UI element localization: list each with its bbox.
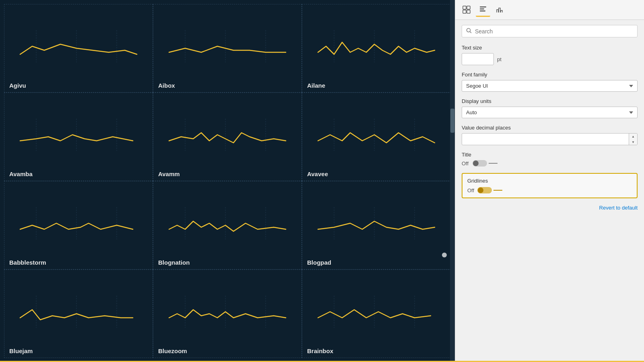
gridlines-toggle-line-svg: [493, 188, 502, 192]
decimal-down[interactable]: ▼: [629, 139, 637, 145]
title-toggle-thumb: [473, 160, 479, 166]
gridlines-label: Gridlines: [467, 178, 632, 184]
chart-line-bluezoom: [157, 296, 297, 328]
svg-rect-37: [467, 6, 470, 9]
chart-cell-ailane[interactable]: Ailane: [302, 4, 451, 93]
chart-label-ailane: Ailane: [307, 82, 325, 89]
title-label: Title: [462, 152, 638, 158]
chart-cell-avamba[interactable]: Avamba: [4, 93, 153, 181]
gridlines-toggle-off-label: Off: [467, 187, 474, 193]
gridlines-toggle-thumb: [478, 187, 483, 193]
format-icon[interactable]: [476, 2, 490, 17]
chart-line-blogpad: [306, 207, 446, 239]
font-family-dropdown[interactable]: Segoe UIArialCalibriTimes New Roman: [462, 80, 638, 92]
search-input[interactable]: [475, 28, 633, 35]
chart-line-aibox: [157, 30, 297, 62]
text-size-label: Text size: [462, 45, 638, 51]
chart-scrollbar[interactable]: [450, 0, 455, 362]
analytics-icon[interactable]: [492, 2, 507, 17]
chart-cell-bluejam[interactable]: Bluejam: [4, 269, 153, 358]
chart-label-bluejam: Bluejam: [9, 348, 33, 354]
chart-line-ailane: [306, 30, 446, 62]
chart-line-avavee: [306, 119, 446, 151]
chart-label-avamba: Avamba: [9, 171, 33, 177]
chart-label-brainbox: Brainbox: [307, 348, 333, 354]
svg-rect-39: [467, 10, 470, 13]
svg-rect-36: [463, 6, 466, 9]
chart-label-blognation: Blognation: [158, 259, 190, 266]
revert-button[interactable]: Revert to default: [462, 205, 638, 211]
chart-label-avavee: Avavee: [307, 171, 328, 177]
search-box[interactable]: [462, 25, 638, 37]
title-toggle-line-svg: [489, 161, 497, 165]
chart-panel: AgivuAiboxAilaneAvambaAvammAvaveeBabbles…: [0, 0, 455, 362]
chart-cell-avavee[interactable]: Avavee: [302, 93, 451, 181]
display-units-group: Display units AutoNoneThousandsMillionsB…: [462, 98, 638, 118]
chart-cell-brainbox[interactable]: Brainbox: [302, 269, 451, 358]
decimal-spinbox[interactable]: Auto ▲ ▼: [462, 133, 638, 145]
chart-line-bluejam: [8, 296, 149, 328]
chart-line-avamm: [157, 119, 297, 151]
title-toggle-track[interactable]: [473, 160, 487, 167]
svg-rect-40: [480, 6, 486, 8]
display-units-dropdown[interactable]: AutoNoneThousandsMillionsBillionsTrillio…: [462, 107, 638, 118]
chart-label-blogpad: Blogpad: [307, 259, 331, 266]
value-decimal-label: Value decimal places: [462, 125, 638, 131]
text-size-group: Text size 9 ▲ ▼ pt: [462, 45, 638, 65]
settings-body: Text size 9 ▲ ▼ pt Font family Segoe UIA…: [455, 20, 644, 362]
value-decimal-group: Value decimal places Auto ▲ ▼: [462, 125, 638, 145]
font-family-group: Font family Segoe UIArialCalibriTimes Ne…: [462, 72, 638, 92]
settings-toolbar: [455, 0, 644, 20]
text-size-spinbox[interactable]: 9 ▲ ▼: [462, 53, 494, 65]
svg-rect-38: [463, 10, 466, 13]
title-group: Title Off: [462, 152, 638, 167]
chart-cell-agivu[interactable]: Agivu: [4, 4, 153, 93]
chart-cell-avamm[interactable]: Avamm: [153, 93, 302, 181]
chart-line-avamba: [8, 119, 149, 151]
chart-label-aibox: Aibox: [158, 82, 175, 89]
settings-panel: Text size 9 ▲ ▼ pt Font family Segoe UIA…: [455, 0, 644, 362]
decimal-up[interactable]: ▲: [629, 134, 637, 139]
gridlines-toggle-track[interactable]: [477, 187, 492, 193]
search-icon: [466, 28, 472, 35]
chart-line-babblestorm: [8, 207, 149, 239]
display-units-label: Display units: [462, 98, 638, 104]
grid-icon[interactable]: [459, 2, 474, 17]
title-toggle[interactable]: [473, 160, 497, 167]
chart-line-agivu: [8, 30, 149, 62]
chart-cell-blogpad[interactable]: Blogpad: [302, 181, 451, 269]
svg-rect-41: [480, 8, 484, 10]
text-size-unit: pt: [497, 56, 502, 62]
chart-cell-aibox[interactable]: Aibox: [153, 4, 302, 93]
scrollbar-thumb[interactable]: [450, 109, 454, 133]
title-toggle-off-label: Off: [462, 160, 469, 167]
font-family-label: Font family: [462, 72, 638, 78]
gridlines-toggle[interactable]: [477, 187, 502, 193]
decimal-value[interactable]: Auto: [462, 134, 629, 144]
chart-cell-bluezoom[interactable]: Bluezoom: [153, 269, 302, 358]
chart-line-blognation: [157, 207, 297, 239]
chart-label-bluezoom: Bluezoom: [158, 348, 187, 354]
chart-grid: AgivuAiboxAilaneAvambaAvammAvaveeBabbles…: [0, 0, 455, 362]
text-size-value[interactable]: 9: [462, 54, 494, 64]
svg-point-43: [467, 29, 471, 32]
chart-label-avamm: Avamm: [158, 171, 180, 177]
gridlines-box: Gridlines Off: [462, 173, 638, 198]
chart-cell-babblestorm[interactable]: Babblestorm: [4, 181, 153, 269]
svg-rect-42: [480, 10, 485, 12]
chart-label-babblestorm: Babblestorm: [9, 259, 46, 266]
chart-cell-blognation[interactable]: Blognation: [153, 181, 302, 269]
svg-line-44: [470, 32, 472, 33]
decimal-arrows[interactable]: ▲ ▼: [629, 134, 637, 145]
chart-label-agivu: Agivu: [9, 82, 26, 89]
chart-line-brainbox: [306, 296, 446, 328]
